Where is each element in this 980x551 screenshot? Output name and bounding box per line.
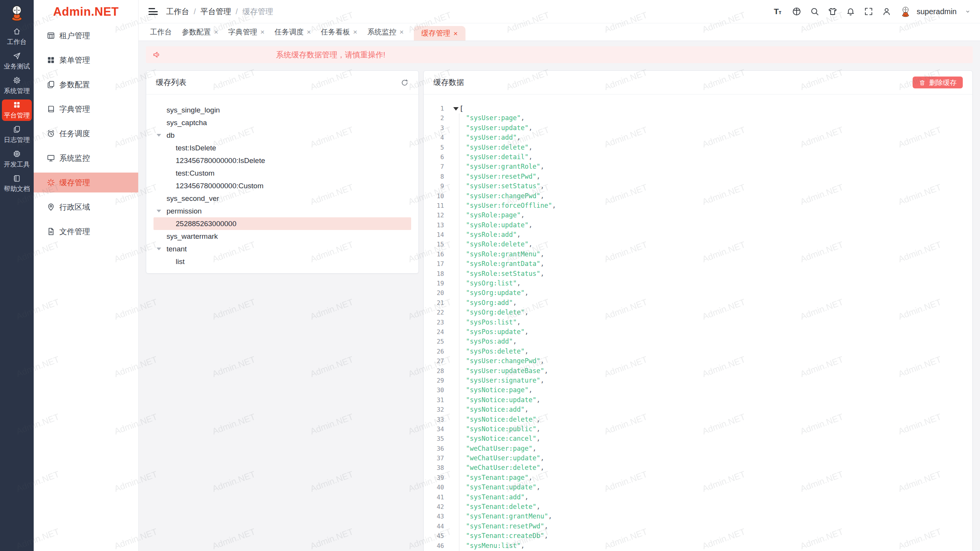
tab-close-icon[interactable]: × <box>399 28 403 36</box>
app-logo[interactable] <box>0 0 34 24</box>
tree-node-sys_second_ver[interactable]: sys_second_ver <box>154 192 411 205</box>
tree-node-sys_captcha[interactable]: sys_captcha <box>154 116 411 129</box>
tree-node-sys_wartermark[interactable]: sys_wartermark <box>154 230 411 243</box>
rail-item-开发工具[interactable]: 开发工具 <box>2 148 32 170</box>
tab-close-icon[interactable]: × <box>214 28 218 36</box>
tree-node-252885263000000[interactable]: 252885263000000 <box>154 217 411 230</box>
monitor-icon <box>46 153 56 163</box>
rail-item-平台管理[interactable]: 平台管理 <box>2 99 32 121</box>
cache-icon <box>46 178 56 187</box>
rail-item-日志管理[interactable]: 日志管理 <box>2 124 32 145</box>
tree-expand-caret-icon[interactable] <box>157 246 167 251</box>
json-string-value: "sysOrg:list", <box>466 279 521 288</box>
fullscreen-icon[interactable] <box>864 7 874 16</box>
tab-字典管理[interactable]: 字典管理× <box>228 27 265 37</box>
json-string-value: "sysRole:grantData", <box>466 259 544 269</box>
sidebar-item-字典管理[interactable]: 字典管理 <box>34 99 138 119</box>
language-icon[interactable] <box>792 7 802 16</box>
notification-icon[interactable] <box>846 7 856 16</box>
sidebar-item-label: 文件管理 <box>59 227 90 237</box>
tree-node-tenant[interactable]: tenant <box>154 243 411 255</box>
avatar[interactable] <box>900 6 911 18</box>
refresh-icon[interactable] <box>400 78 409 87</box>
line-number: 26 <box>424 347 444 356</box>
code-line: 24"sysPos:update", <box>424 327 972 337</box>
collapse-menu-icon[interactable] <box>149 8 158 15</box>
tree-expand-caret-icon[interactable] <box>157 209 167 214</box>
tab-close-icon[interactable]: × <box>353 28 357 36</box>
sidebar-item-label: 租户管理 <box>59 31 90 41</box>
home-icon <box>13 27 21 36</box>
rail-item-系统管理[interactable]: 系统管理 <box>2 75 32 96</box>
tab-任务调度[interactable]: 任务调度× <box>274 27 311 37</box>
rail-item-业务测试[interactable]: 业务测试 <box>2 51 32 72</box>
line-number: 33 <box>424 415 444 424</box>
tree-node-sys_single_login[interactable]: sys_single_login <box>154 104 411 116</box>
line-number: 32 <box>424 405 444 414</box>
tree-node-db[interactable]: db <box>154 129 411 142</box>
tab-label: 字典管理 <box>228 27 257 37</box>
breadcrumb-item[interactable]: 平台管理 <box>201 7 231 17</box>
cpu-icon <box>13 150 21 158</box>
tab-缓存管理[interactable]: 缓存管理× <box>414 26 466 41</box>
delete-cache-button[interactable]: 删除缓存 <box>913 77 963 88</box>
sidebar-item-行政区域[interactable]: 行政区域 <box>34 197 138 217</box>
code-line: 2"sysUser:page", <box>424 113 972 123</box>
sidebar-item-系统监控[interactable]: 系统监控 <box>34 148 138 168</box>
sidebar-item-文件管理[interactable]: 文件管理 <box>34 222 138 241</box>
code-line: 40"sysTenant:update", <box>424 483 972 492</box>
line-number: 12 <box>424 210 444 220</box>
sidebar-item-label: 系统监控 <box>59 153 90 163</box>
json-string-value: "sysUser:changePwd", <box>466 356 544 366</box>
line-number: 3 <box>424 123 444 133</box>
rail-item-帮助文档[interactable]: 帮助文档 <box>2 173 32 194</box>
tab-close-icon[interactable]: × <box>260 28 265 36</box>
tab-close-icon[interactable]: × <box>454 30 458 37</box>
tab-系统监控[interactable]: 系统监控× <box>367 27 403 37</box>
json-string-value: "sysUser:delete", <box>466 143 532 152</box>
json-string-value: "weChatUser:update", <box>466 453 544 463</box>
line-number: 4 <box>424 133 444 142</box>
code-line: 46"sysMenu:list", <box>424 541 972 551</box>
theme-icon[interactable] <box>828 7 838 16</box>
tree-node-123456780000000:IsDelete[interactable]: 123456780000000:IsDelete <box>154 154 411 167</box>
tab-工作台[interactable]: 工作台 <box>150 27 172 37</box>
sidebar-item-任务调度[interactable]: 任务调度 <box>34 124 138 143</box>
line-number: 9 <box>424 181 444 191</box>
code-line: 36"weChatUser:page", <box>424 444 972 453</box>
tab-任务看板[interactable]: 任务看板× <box>321 27 357 37</box>
tree-node-permission[interactable]: permission <box>154 205 411 217</box>
sidebar-item-租户管理[interactable]: 租户管理 <box>34 26 138 46</box>
font-size-icon[interactable]: Tт <box>774 7 784 16</box>
tree-expand-caret-icon[interactable] <box>157 133 167 138</box>
json-string-value: "sysUser:detail", <box>466 152 532 162</box>
code-line: 42"sysTenant:delete", <box>424 502 972 512</box>
line-number: 7 <box>424 162 444 171</box>
tab-close-icon[interactable]: × <box>307 28 311 36</box>
username[interactable]: superadmin <box>916 7 957 16</box>
json-viewer[interactable]: 1[2"sysUser:page",3"sysUser:update",4"sy… <box>424 95 972 551</box>
json-string-value: "sysNotice:update", <box>466 395 540 405</box>
json-string-value: "weChatUser:delete", <box>466 463 544 473</box>
rail-item-工作台[interactable]: 工作台 <box>2 26 32 47</box>
sidebar-item-菜单管理[interactable]: 菜单管理 <box>34 50 138 70</box>
sidebar-item-参数配置[interactable]: 参数配置 <box>34 75 138 95</box>
tree-node-list[interactable]: list <box>154 255 411 268</box>
main-column: 工作台/平台管理/缓存管理 Tт superadmin 工作台参数配置×字典管理… <box>139 0 980 551</box>
search-icon[interactable] <box>810 7 820 16</box>
tree-node-123456780000000:Custom[interactable]: 123456780000000:Custom <box>154 179 411 192</box>
sidebar-item-缓存管理[interactable]: 缓存管理 <box>34 173 138 192</box>
code-line: 38"weChatUser:delete", <box>424 463 972 473</box>
chevron-down-icon[interactable] <box>965 8 971 15</box>
breadcrumb-item[interactable]: 工作台 <box>166 7 189 17</box>
json-collapse-caret-icon[interactable] <box>453 107 459 113</box>
code-line: 45"sysTenant:createDb", <box>424 531 972 541</box>
rail-nav: 工作台业务测试系统管理平台管理日志管理开发工具帮助文档 <box>0 24 34 197</box>
tab-label: 参数配置 <box>182 27 211 37</box>
code-line: 44"sysTenant:resetPwd", <box>424 522 972 531</box>
tab-参数配置[interactable]: 参数配置× <box>182 27 218 37</box>
tree-node-test:Custom[interactable]: test:Custom <box>154 167 411 179</box>
tree-node-test:IsDelete[interactable]: test:IsDelete <box>154 142 411 154</box>
profile-icon[interactable] <box>882 7 892 16</box>
breadcrumb: 工作台/平台管理/缓存管理 <box>166 7 273 17</box>
